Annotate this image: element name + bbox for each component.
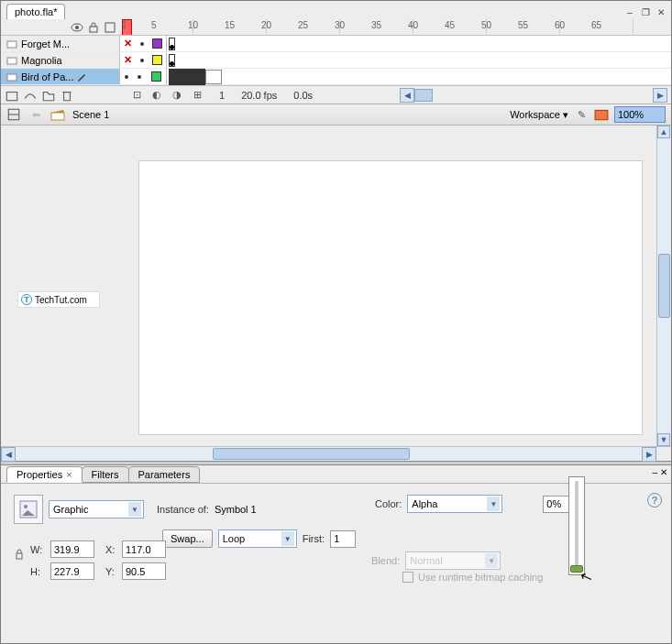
add-layer-icon[interactable] xyxy=(5,88,19,103)
runtime-cache-checkbox xyxy=(402,572,413,583)
x-label: X: xyxy=(105,544,118,555)
edit-scene-icon[interactable] xyxy=(6,107,21,122)
current-frame: 1 xyxy=(219,90,225,101)
file-tab[interactable]: photo.fla* xyxy=(6,4,65,19)
layer-row-selected[interactable]: Bird of Pa... xyxy=(1,69,671,85)
lock-toggle[interactable] xyxy=(140,59,144,62)
scroll-thumb[interactable] xyxy=(213,448,410,460)
y-input[interactable] xyxy=(122,562,166,580)
svg-rect-11 xyxy=(595,110,608,119)
svg-rect-5 xyxy=(7,58,17,64)
stage: T TechTut.com ▲ ▼ xyxy=(1,126,671,446)
close-panel-button[interactable]: ✕ xyxy=(660,467,667,477)
tab-parameters[interactable]: Parameters xyxy=(128,466,201,483)
back-icon[interactable]: ⬅ xyxy=(28,107,43,122)
scroll-thumb[interactable] xyxy=(658,254,670,318)
delete-layer-icon[interactable] xyxy=(60,88,74,103)
minimize-button[interactable]: – xyxy=(623,6,636,17)
blend-label: Blend: xyxy=(371,555,400,566)
outline-icon[interactable] xyxy=(104,21,116,34)
width-input[interactable] xyxy=(50,540,94,558)
lock-toggle[interactable] xyxy=(140,42,144,46)
svg-point-13 xyxy=(24,505,28,508)
scroll-left-button[interactable]: ◀ xyxy=(400,88,414,103)
add-folder-icon[interactable] xyxy=(41,88,56,103)
edit-scene-dropdown-icon[interactable] xyxy=(594,107,609,122)
svg-rect-14 xyxy=(17,553,22,559)
scroll-right-button[interactable]: ▶ xyxy=(653,88,667,103)
color-effect-select[interactable]: Alpha▼ xyxy=(407,495,502,513)
svg-rect-10 xyxy=(51,113,64,120)
layer-icon xyxy=(6,38,17,49)
symbol-type-select[interactable]: Graphic▼ xyxy=(49,500,144,518)
hide-toggle[interactable]: ✕ xyxy=(124,54,132,66)
close-button[interactable]: ✕ xyxy=(655,6,667,17)
title-bar: photo.fla* – ❐ ✕ xyxy=(1,1,671,19)
layer-frames[interactable] xyxy=(166,52,671,68)
hide-toggle[interactable] xyxy=(125,75,128,79)
scroll-thumb[interactable] xyxy=(414,89,433,102)
scroll-right-button[interactable]: ▶ xyxy=(642,447,656,462)
first-label: First: xyxy=(303,533,325,544)
lock-icon[interactable] xyxy=(87,21,100,34)
scroll-left-button[interactable]: ◀ xyxy=(1,447,16,462)
instance-label: Instance of: xyxy=(157,504,209,515)
clapper-icon xyxy=(50,108,65,121)
collapse-button[interactable]: – xyxy=(652,467,657,477)
visibility-icon[interactable] xyxy=(71,21,83,34)
first-input[interactable] xyxy=(330,530,356,548)
scroll-down-button[interactable]: ▼ xyxy=(657,433,670,446)
layer-icon xyxy=(6,55,17,66)
pencil-icon xyxy=(77,72,86,82)
lock-toggle[interactable] xyxy=(138,75,141,79)
color-swatch[interactable] xyxy=(151,71,161,82)
help-icon[interactable]: ? xyxy=(647,493,662,508)
timeline-header: 15 1015 2025 3035 4045 5055 6065 xyxy=(1,19,671,36)
frame-ruler[interactable]: 15 1015 2025 3035 4045 5055 6065 xyxy=(120,19,671,35)
layer-frames[interactable] xyxy=(166,36,671,51)
zoom-input[interactable] xyxy=(614,106,666,123)
onion-skin-icon[interactable]: ◐ xyxy=(149,88,164,103)
tab-filters[interactable]: Filters xyxy=(82,466,129,483)
layer-row[interactable]: Forget M... ✕ xyxy=(1,36,671,52)
center-frame-icon[interactable]: ⊡ xyxy=(129,88,144,103)
layer-label: Bird of Pa... xyxy=(21,71,73,82)
edit-multi-icon[interactable]: ⊞ xyxy=(190,88,204,103)
vertical-scrollbar[interactable]: ▲ ▼ xyxy=(656,126,671,446)
alpha-slider[interactable] xyxy=(568,476,585,575)
symbol-type-icon xyxy=(14,495,43,524)
add-motion-icon[interactable] xyxy=(23,88,38,103)
close-icon[interactable]: × xyxy=(66,469,72,480)
svg-rect-3 xyxy=(105,23,115,32)
color-swatch[interactable] xyxy=(152,38,162,49)
edit-symbols-icon[interactable]: ✎ xyxy=(574,107,589,122)
properties-panel: ? Graphic▼ Instance of: Symbol 1 Swap...… xyxy=(1,484,671,594)
loop-select[interactable]: Loop▼ xyxy=(218,529,297,548)
layer-icon xyxy=(6,71,17,82)
y-label: Y: xyxy=(105,566,118,577)
layer-frames[interactable] xyxy=(166,69,671,84)
layer-list: Forget M... ✕ Magnolia ✕ Bird of Pa... xyxy=(1,36,671,85)
workspace-menu[interactable]: Workspace ▾ xyxy=(510,109,568,121)
hide-toggle[interactable]: ✕ xyxy=(124,38,132,49)
color-swatch[interactable] xyxy=(152,55,162,65)
tab-properties[interactable]: Properties× xyxy=(6,466,83,483)
x-input[interactable] xyxy=(122,540,166,558)
lock-wh-icon[interactable] xyxy=(14,540,25,570)
scene-name: Scene 1 xyxy=(72,109,109,120)
scroll-up-button[interactable]: ▲ xyxy=(657,126,670,138)
watermark: T TechTut.com xyxy=(17,291,100,308)
layer-row[interactable]: Magnolia ✕ xyxy=(1,52,671,69)
svg-rect-6 xyxy=(7,74,17,81)
restore-button[interactable]: ❐ xyxy=(639,6,652,17)
blend-select: Normal▼ xyxy=(405,551,501,570)
svg-rect-7 xyxy=(6,92,17,100)
layer-label: Forget M... xyxy=(21,38,70,49)
height-input[interactable] xyxy=(50,562,94,580)
onion-outline-icon[interactable]: ◑ xyxy=(170,88,184,103)
canvas[interactable] xyxy=(138,160,643,435)
horizontal-scrollbar[interactable]: ◀ ▶ xyxy=(1,446,671,461)
timeline-footer: ⊡ ◐ ◑ ⊞ 1 20.0 fps 0.0s ◀ ▶ xyxy=(1,85,671,104)
cursor-icon: ↖ xyxy=(578,566,595,586)
color-label: Color: xyxy=(375,498,402,509)
